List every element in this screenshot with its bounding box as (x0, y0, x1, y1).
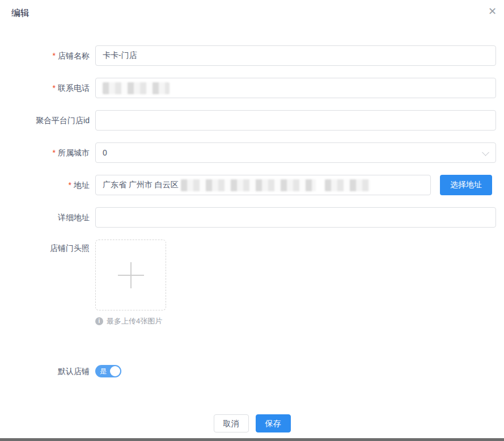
required-mark: * (53, 148, 56, 157)
address-input[interactable]: 广东省 广州市 白云区 (95, 175, 431, 195)
default-shop-toggle[interactable]: 是 (95, 365, 121, 377)
form-row-address: *地址 广东省 广州市 白云区 选择地址 (0, 175, 504, 195)
city-select-value: 0 (103, 148, 107, 157)
save-button[interactable]: 保存 (256, 414, 291, 432)
platform-id-input[interactable] (95, 110, 496, 131)
address-label: *地址 (0, 175, 95, 195)
redacted-address-part-1 (181, 179, 316, 191)
form-row-shop-name: *店铺名称 (0, 45, 504, 66)
photo-upload-tip-text: 最多上传4张图片 (107, 316, 162, 326)
address-visible-text: 广东省 广州市 白云区 (103, 180, 179, 190)
form-row-platform-id: 聚合平台门店id (0, 110, 504, 131)
detail-address-input[interactable] (95, 207, 496, 228)
default-shop-toggle-text: 是 (100, 367, 107, 375)
form-row-phone: *联系电话 (0, 78, 504, 98)
form-row-photo: 店铺门头照 i 最多上传4张图片 (0, 240, 504, 326)
required-mark: * (69, 180, 71, 190)
form-row-detail-address: 详细地址 (0, 207, 504, 228)
default-shop-label: 默认店铺 (0, 365, 95, 377)
phone-label: *联系电话 (0, 78, 95, 98)
required-mark: * (53, 83, 56, 93)
form-row-default-shop: 默认店铺 是 (0, 365, 504, 377)
required-mark: * (53, 51, 56, 60)
toggle-knob (110, 366, 120, 376)
plus-icon (118, 262, 144, 288)
redacted-phone-value (103, 82, 170, 94)
detail-address-label: 详细地址 (0, 207, 95, 228)
city-select[interactable]: 0 (95, 142, 496, 163)
window-bottom-edge (0, 438, 504, 441)
shop-name-input[interactable] (95, 45, 496, 66)
cancel-button[interactable]: 取消 (214, 414, 249, 432)
shop-name-label: *店铺名称 (0, 45, 95, 66)
redacted-address-part-2 (325, 179, 370, 191)
dialog-title: 编辑 (11, 7, 29, 19)
phone-input[interactable] (95, 78, 496, 98)
close-icon[interactable]: ✕ (488, 6, 497, 17)
edit-store-form: *店铺名称 *联系电话 聚合平台门店id *所属城市 0 *地址 (0, 45, 504, 377)
photo-upload-tip: i 最多上传4张图片 (95, 316, 496, 326)
info-icon: i (95, 317, 103, 325)
photo-upload-box[interactable] (95, 240, 166, 310)
photo-label: 店铺门头照 (0, 240, 95, 326)
form-row-city: *所属城市 0 (0, 142, 504, 163)
dialog-footer: 取消 保存 (0, 414, 504, 432)
choose-address-button[interactable]: 选择地址 (440, 175, 492, 195)
city-label: *所属城市 (0, 142, 95, 163)
platform-id-label: 聚合平台门店id (0, 110, 95, 131)
